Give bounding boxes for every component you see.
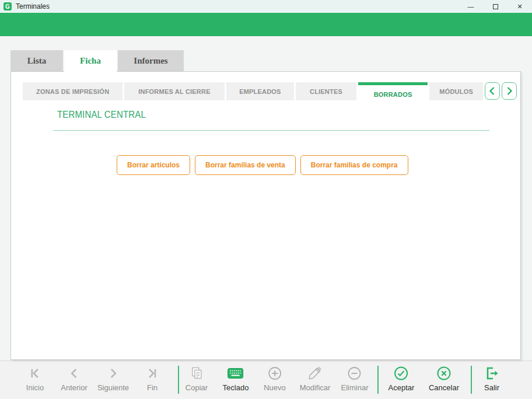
- add-icon: [267, 365, 282, 382]
- subtab-scroll-buttons: [485, 82, 517, 100]
- app-logo-icon: G: [4, 2, 12, 10]
- minimize-icon: —: [468, 3, 474, 10]
- toolbar-separator: [471, 366, 472, 394]
- subtab-modulos[interactable]: MÓDULOS: [429, 82, 483, 100]
- anterior-label: Anterior: [61, 383, 88, 392]
- maximize-button[interactable]: [483, 0, 508, 13]
- window-title: Terminales: [16, 2, 50, 10]
- keyboard-icon: [228, 365, 244, 382]
- subtab-zonas-de-impresion[interactable]: ZONAS DE IMPRESIÓN: [23, 82, 123, 100]
- cancelar-label: Cancelar: [429, 383, 459, 392]
- eliminar-button[interactable]: Eliminar: [341, 365, 369, 392]
- fin-label: Fin: [147, 383, 158, 392]
- inicio-button[interactable]: Inicio: [26, 365, 44, 392]
- copiar-label: Copiar: [186, 383, 208, 392]
- copy-icon: [190, 365, 204, 382]
- chevron-right-icon: [504, 86, 514, 96]
- subtab-clientes[interactable]: CLIENTES: [296, 82, 356, 100]
- content-panel: ZONAS DE IMPRESIÓN INFORMES AL CIERRE EM…: [10, 71, 521, 360]
- salir-label: Salir: [484, 383, 499, 392]
- teclado-button[interactable]: Teclado: [223, 365, 249, 392]
- toolbar-separator: [178, 366, 179, 394]
- window-controls: — ✕: [459, 0, 532, 13]
- tab-informes[interactable]: Informes: [118, 50, 184, 71]
- tab-ficha[interactable]: Ficha: [64, 50, 117, 72]
- siguiente-button[interactable]: Siguiente: [97, 365, 129, 392]
- delete-actions: Borrar artículos Borrar familias de vent…: [117, 155, 408, 175]
- toolbar-separator: [377, 366, 379, 394]
- close-button[interactable]: ✕: [508, 0, 532, 13]
- anterior-button[interactable]: Anterior: [61, 365, 88, 392]
- remove-icon: [347, 365, 362, 382]
- last-icon: [145, 365, 159, 382]
- aceptar-label: Aceptar: [388, 383, 415, 392]
- edit-icon: [307, 365, 323, 382]
- chevron-left-icon: [487, 86, 498, 96]
- modificar-button[interactable]: Modificar: [300, 365, 331, 392]
- next-icon: [106, 365, 120, 382]
- maximize-icon: [493, 4, 498, 9]
- tab-lista[interactable]: Lista: [10, 50, 63, 71]
- subtab-informes-al-cierre[interactable]: INFORMES AL CIERRE: [124, 82, 224, 100]
- inicio-label: Inicio: [26, 383, 44, 392]
- bottom-toolbar: Inicio Anterior Siguiente Fin Copi: [0, 360, 532, 399]
- nuevo-label: Nuevo: [264, 383, 286, 392]
- subtab-empleados[interactable]: EMPLEADOS: [226, 82, 295, 100]
- sub-tab-bar: ZONAS DE IMPRESIÓN INFORMES AL CIERRE EM…: [23, 82, 517, 104]
- main-tab-bar: Lista Ficha Informes: [10, 50, 184, 72]
- nuevo-button[interactable]: Nuevo: [264, 365, 286, 392]
- app-window: G Terminales — ✕ Lista Ficha Informes ZO…: [0, 0, 532, 399]
- modificar-label: Modificar: [300, 383, 331, 392]
- subtab-scroll-right-button[interactable]: [502, 82, 517, 100]
- heading-divider: [53, 130, 489, 131]
- cancelar-button[interactable]: Cancelar: [429, 365, 459, 392]
- teclado-label: Teclado: [223, 383, 249, 392]
- fin-button[interactable]: Fin: [145, 365, 159, 392]
- aceptar-button[interactable]: Aceptar: [388, 365, 415, 392]
- subtab-borrados[interactable]: BORRADOS: [358, 82, 428, 104]
- accept-icon: [394, 365, 409, 382]
- minimize-button[interactable]: —: [459, 0, 483, 13]
- previous-icon: [67, 365, 81, 382]
- header-band: [0, 13, 532, 36]
- subtab-scroll-left-button[interactable]: [485, 82, 500, 100]
- borrar-familias-compra-button[interactable]: Borrar familias de compra: [300, 155, 408, 175]
- borrar-familias-venta-button[interactable]: Borrar familias de venta: [195, 155, 296, 175]
- close-icon: ✕: [517, 3, 522, 10]
- borrar-articulos-button[interactable]: Borrar artículos: [117, 155, 190, 175]
- eliminar-label: Eliminar: [341, 383, 369, 392]
- titlebar: G Terminales — ✕: [0, 0, 532, 13]
- cancel-icon: [436, 365, 452, 382]
- copiar-button[interactable]: Copiar: [186, 365, 208, 392]
- siguiente-label: Siguiente: [97, 383, 129, 392]
- terminal-name-heading: TERMINAL CENTRAL: [57, 109, 146, 121]
- exit-icon: [484, 365, 499, 382]
- salir-button[interactable]: Salir: [484, 365, 499, 392]
- first-icon: [28, 365, 42, 382]
